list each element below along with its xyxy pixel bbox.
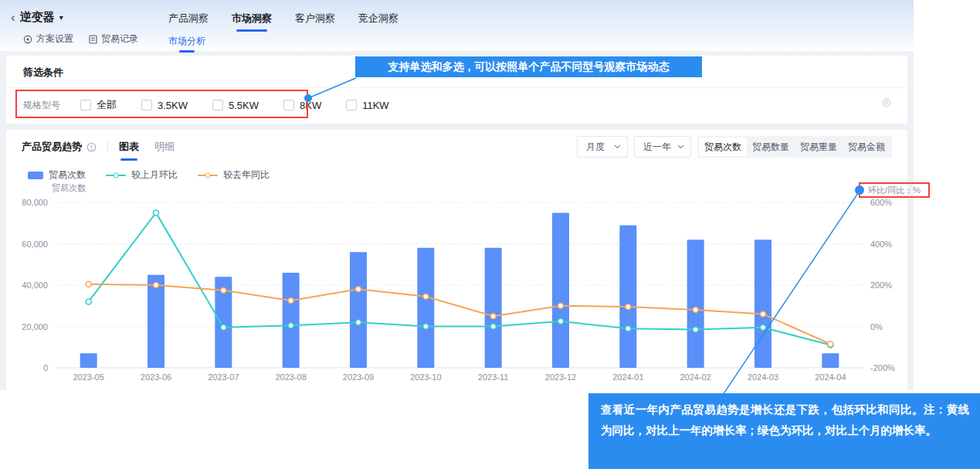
tab-product-insight[interactable]: 产品洞察 bbox=[168, 12, 209, 25]
metric-trade-weight-button[interactable]: 贸易重量 bbox=[795, 138, 843, 156]
checkbox-3-5kw-box[interactable] bbox=[141, 100, 152, 110]
x-axis-label: 2023-07 bbox=[208, 372, 239, 382]
checkbox-11kw[interactable]: 11KW bbox=[346, 100, 388, 111]
x-axis-label: 2023-11 bbox=[478, 372, 509, 382]
svg-text:600%: 600% bbox=[870, 198, 892, 207]
point-较上月环比-2023-10[interactable] bbox=[423, 324, 429, 329]
svg-text:-200%: -200% bbox=[870, 363, 895, 372]
chevron-down-icon bbox=[614, 144, 621, 149]
x-axis-label: 2023-09 bbox=[343, 372, 374, 382]
point-较上月环比-2023-05[interactable] bbox=[86, 299, 91, 304]
document-icon bbox=[89, 35, 97, 44]
spec-model-label: 规格型号 bbox=[23, 99, 80, 112]
bar-2023-12[interactable] bbox=[552, 212, 569, 368]
svg-text:200%: 200% bbox=[870, 280, 892, 290]
checkbox-all-label: 全部 bbox=[97, 98, 117, 112]
checkbox-5-5kw[interactable]: 5.5KW bbox=[212, 100, 259, 111]
metric-trade-quantity-button[interactable]: 贸易数量 bbox=[747, 138, 795, 156]
point-较去年同比-2024-03[interactable] bbox=[761, 311, 766, 317]
point-较上月环比-2023-08[interactable] bbox=[288, 323, 293, 328]
svg-text:60,000: 60,000 bbox=[22, 240, 48, 249]
scheme-settings-button[interactable]: 方案设置 bbox=[23, 32, 73, 46]
point-较去年同比-2023-12[interactable] bbox=[558, 303, 564, 308]
x-axis-label: 2024-03 bbox=[748, 372, 778, 382]
checkbox-8kw-box[interactable] bbox=[283, 100, 294, 110]
point-较上月环比-2024-02[interactable] bbox=[693, 327, 698, 332]
title-dropdown-caret-icon[interactable]: ▾ bbox=[59, 13, 63, 22]
view-tab-detail[interactable]: 明细 bbox=[154, 140, 175, 154]
x-axis-label: 2024-04 bbox=[815, 372, 846, 382]
point-较去年同比-2024-02[interactable] bbox=[693, 308, 698, 313]
range-select[interactable]: 近一年 bbox=[634, 136, 691, 158]
bar-2024-04[interactable] bbox=[822, 353, 839, 368]
metric-button-group: 贸易次数 贸易数量 贸易重量 贸易金额 bbox=[697, 136, 892, 158]
bar-2024-03[interactable] bbox=[754, 240, 771, 368]
scheme-settings-label: 方案设置 bbox=[36, 32, 73, 46]
x-axis-label: 2023-10 bbox=[410, 372, 441, 382]
metric-trade-count-button[interactable]: 贸易次数 bbox=[699, 138, 747, 156]
x-axis-label: 2023-05 bbox=[73, 372, 103, 382]
bar-swatch-icon bbox=[28, 172, 43, 179]
x-axis-label: 2023-08 bbox=[275, 372, 306, 382]
bar-2024-01[interactable] bbox=[619, 225, 636, 368]
checkbox-8kw-label: 8KW bbox=[300, 100, 321, 111]
info-icon[interactable] bbox=[86, 142, 97, 152]
point-较去年同比-2023-05[interactable] bbox=[86, 281, 91, 287]
filter-settings-gear-icon[interactable] bbox=[881, 97, 892, 108]
trade-trend-chart: 80,000600%60,000400%40,000200%20,0000%0-… bbox=[12, 179, 901, 385]
svg-text:400%: 400% bbox=[870, 240, 892, 249]
tab-competitor-insight[interactable]: 竞企洞察 bbox=[358, 12, 398, 25]
tab-market-insight[interactable]: 市场洞察 bbox=[232, 12, 272, 25]
line-较去年同比 bbox=[89, 284, 831, 345]
x-axis-label: 2023-12 bbox=[545, 372, 576, 382]
point-较去年同比-2023-09[interactable] bbox=[356, 287, 361, 292]
checkbox-5-5kw-box[interactable] bbox=[212, 100, 223, 110]
subtab-market-analysis[interactable]: 市场分析 bbox=[168, 35, 205, 48]
bar-2023-05[interactable] bbox=[80, 353, 97, 368]
checkbox-11kw-box[interactable] bbox=[346, 100, 357, 110]
view-tab-chart[interactable]: 图表 bbox=[119, 140, 139, 154]
checkbox-all[interactable]: 全部 bbox=[80, 98, 117, 112]
bar-2023-10[interactable] bbox=[417, 248, 434, 368]
trend-controls: 月度 近一年 贸易次数 贸易数量 贸易重量 贸易金额 bbox=[577, 136, 892, 158]
point-较上月环比-2023-09[interactable] bbox=[356, 320, 361, 325]
period-select[interactable]: 月度 bbox=[577, 136, 628, 158]
checkbox-3-5kw[interactable]: 3.5KW bbox=[141, 100, 188, 111]
top-header: ‹ 逆变器 ▾ 方案设置 贸易记录 产品洞察 市场洞察 客户洞察 竞企洞察 市场… bbox=[0, 0, 914, 51]
bar-2023-11[interactable] bbox=[485, 248, 502, 368]
trend-title: 产品贸易趋势 bbox=[22, 140, 82, 154]
checkbox-all-box[interactable] bbox=[80, 100, 91, 110]
tab-customer-insight[interactable]: 客户洞察 bbox=[295, 12, 335, 25]
point-较去年同比-2023-10[interactable] bbox=[423, 294, 429, 299]
bar-2023-06[interactable] bbox=[148, 275, 164, 368]
back-chevron-icon[interactable]: ‹ bbox=[11, 11, 15, 24]
svg-text:20,000: 20,000 bbox=[22, 322, 48, 331]
point-较上月环比-2023-07[interactable] bbox=[221, 325, 226, 330]
point-较上月环比-2023-06[interactable] bbox=[154, 210, 159, 216]
point-较去年同比-2023-06[interactable] bbox=[154, 283, 159, 288]
x-axis-label: 2023-06 bbox=[141, 372, 171, 382]
chart-callout: 查看近一年内产品贸易趋势是增长还是下跌，包括环比和同比。注：黄线为同比，对比上一… bbox=[588, 393, 980, 469]
point-较去年同比-2023-07[interactable] bbox=[221, 287, 226, 293]
point-较去年同比-2023-08[interactable] bbox=[288, 298, 293, 304]
point-较上月环比-2023-12[interactable] bbox=[558, 318, 564, 324]
insight-tabs: 产品洞察 市场洞察 客户洞察 竞企洞察 bbox=[168, 12, 398, 25]
metric-trade-amount-button[interactable]: 贸易金额 bbox=[843, 138, 890, 156]
product-title[interactable]: 逆变器 bbox=[20, 10, 55, 25]
point-较去年同比-2024-01[interactable] bbox=[626, 304, 631, 310]
trade-records-label: 贸易记录 bbox=[101, 32, 138, 46]
bar-2023-09[interactable] bbox=[350, 252, 367, 368]
chevron-down-icon bbox=[677, 144, 684, 149]
point-较上月环比-2023-11[interactable] bbox=[490, 324, 496, 329]
checkbox-8kw[interactable]: 8KW bbox=[283, 100, 321, 111]
bar-2023-08[interactable] bbox=[283, 273, 300, 368]
header-actions: 方案设置 贸易记录 bbox=[23, 32, 138, 46]
bar-2024-02[interactable] bbox=[687, 240, 704, 368]
point-较去年同比-2024-04[interactable] bbox=[828, 342, 833, 347]
point-较上月环比-2024-01[interactable] bbox=[626, 326, 631, 331]
left-axis-label: 贸易次数 bbox=[52, 183, 86, 192]
checkbox-3-5kw-label: 3.5KW bbox=[158, 100, 188, 111]
point-较去年同比-2023-11[interactable] bbox=[490, 314, 496, 319]
point-较上月环比-2024-03[interactable] bbox=[761, 325, 766, 330]
trade-records-button[interactable]: 贸易记录 bbox=[89, 32, 138, 46]
